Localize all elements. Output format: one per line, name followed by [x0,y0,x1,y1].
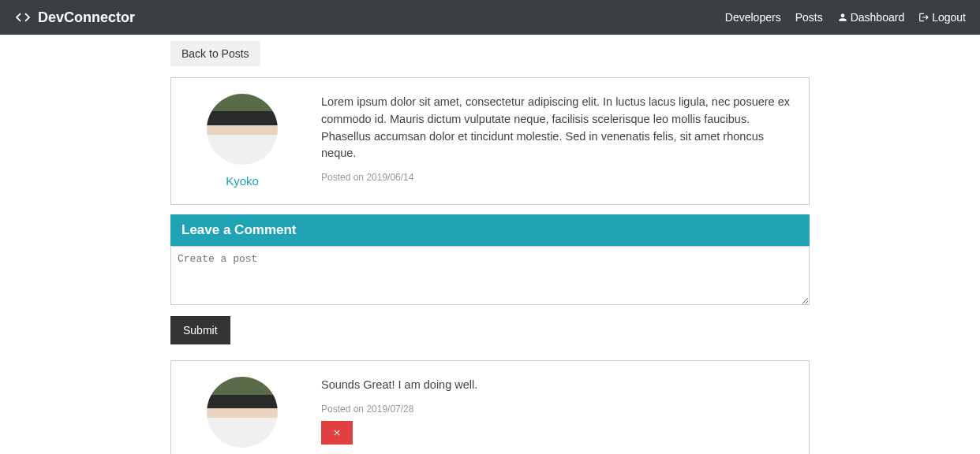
code-icon [14,9,32,26]
post-date: Posted on 2019/06/14 [321,172,793,183]
logout-icon [918,12,930,23]
nav-developers[interactable]: Developers [725,11,781,24]
user-icon [837,12,848,23]
post-body: Lorem ipsum dolor sit amet, consectetur … [321,94,793,188]
close-icon [332,428,342,437]
post-text: Lorem ipsum dolor sit amet, consectetur … [321,94,793,162]
comment-card: Ky Sounds Great! I am doing well. Posted… [170,360,810,454]
brand-text: DevConnector [38,9,135,26]
nav-dashboard-label: Dashboard [851,11,905,24]
main-container: Back to Posts Kyoko Lorem ipsum dolor si… [163,35,817,454]
nav-posts[interactable]: Posts [795,11,823,24]
comment-text: Sounds Great! I am doing well. [321,377,793,394]
avatar[interactable] [207,94,278,165]
nav-logout-label: Logout [932,11,966,24]
comment-header: Leave a Comment [170,214,810,246]
post-author: Kyoko [187,94,297,188]
nav-dashboard[interactable]: Dashboard [837,11,905,24]
comment-date: Posted on 2019/07/28 [321,404,793,415]
brand[interactable]: DevConnector [14,9,135,26]
delete-comment-button[interactable] [321,421,353,445]
submit-button[interactable]: Submit [170,316,230,344]
comment-body: Sounds Great! I am doing well. Posted on… [321,377,793,454]
nav-logout[interactable]: Logout [918,11,966,24]
comment-author: Ky [187,377,297,454]
avatar[interactable] [207,377,278,448]
comment-textarea[interactable] [170,246,810,305]
navbar-links: Developers Posts Dashboard Logout [725,11,966,24]
back-to-posts-button[interactable]: Back to Posts [170,41,260,66]
navbar: DevConnector Developers Posts Dashboard … [0,0,980,35]
author-name-link[interactable]: Kyoko [226,174,259,188]
post-card: Kyoko Lorem ipsum dolor sit amet, consec… [170,77,810,205]
